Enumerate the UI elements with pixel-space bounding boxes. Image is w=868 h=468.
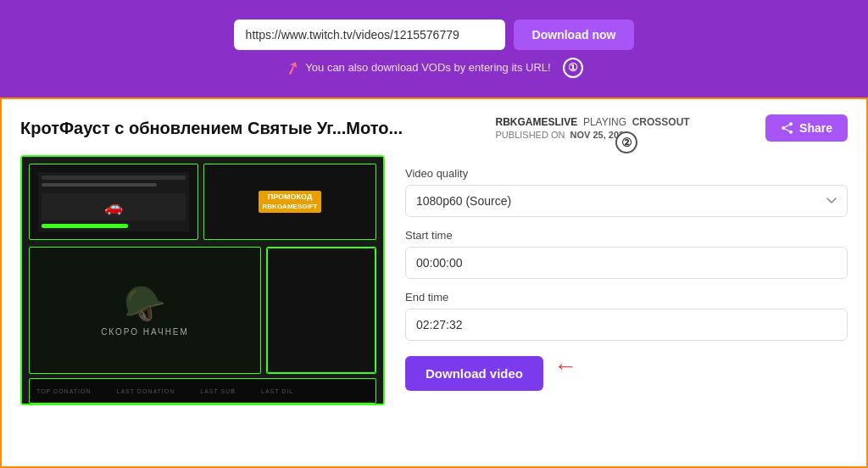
url-row: Download now [234, 20, 635, 50]
download-video-button[interactable]: Download video [405, 356, 543, 391]
start-label: Start time [405, 229, 848, 242]
panel-top-left: 🚗 [29, 164, 198, 240]
published-date: PUBLISHED ON NOV 25, 2021 [496, 130, 630, 140]
bottom-label-4: LAST DIL [261, 388, 293, 394]
tank-area: 🪖 СКОРО НАЧНЕМ [29, 247, 376, 374]
share-icon [781, 121, 794, 135]
bottom-bar: TOP DONATION LAST DONATION LAST SUB LAST… [29, 378, 376, 404]
svg-point-2 [789, 131, 793, 134]
arrow-hint-icon: ➚ [281, 54, 303, 81]
end-time-input[interactable] [405, 309, 848, 341]
promo-badge: ПРОМОКОД RBKGAMESGIFT [259, 191, 322, 213]
quality-label: Video quality [405, 167, 848, 180]
step1-circle: ① [563, 58, 583, 78]
controls-panel: ② Video quality 1080p60 (Source) Start t… [405, 155, 848, 391]
svg-point-1 [782, 126, 785, 130]
thumb-inner: 🚗 ПРОМОКОД RBKGAMESGIFT [22, 157, 383, 404]
game-area: 🚗 ПРОМОКОД RBKGAMESGIFT [22, 157, 383, 404]
svg-line-3 [785, 125, 789, 127]
content-row: 🚗 ПРОМОКОД RBKGAMESGIFT [20, 155, 848, 405]
end-label: End time [405, 291, 848, 304]
tank-right [266, 247, 376, 374]
svg-line-4 [785, 129, 789, 131]
bottom-label-2: LAST DONATION [117, 388, 175, 394]
video-meta: RBKGAMESLIVE PLAYING CROSSOUT PUBLISHED … [496, 116, 690, 140]
game-top-panels: 🚗 ПРОМОКОД RBKGAMESGIFT [29, 164, 376, 240]
bottom-label-1: TOP DONATION [36, 388, 92, 394]
quality-select[interactable]: 1080p60 (Source) [405, 185, 848, 217]
svg-point-0 [789, 122, 793, 125]
step2-circle: ② [615, 131, 637, 153]
channel-name: RBKGAMESLIVE PLAYING CROSSOUT [496, 116, 690, 128]
video-info-bar: КротФауст с обновлением Святые Уг...Мото… [20, 114, 848, 142]
tank-main: 🪖 СКОРО НАЧНЕМ [29, 247, 261, 374]
tank-icon: 🪖 [124, 284, 166, 324]
hint-row: ➚ You can also download VODs by entering… [285, 57, 582, 79]
main-content: КротФауст с обновлением Святые Уг...Мото… [0, 98, 868, 468]
bottom-label-3: LAST SUB [200, 388, 236, 394]
download-now-button[interactable]: Download now [514, 20, 635, 50]
header-banner: Download now ➚ You can also download VOD… [0, 0, 868, 98]
start-time-input[interactable] [405, 247, 848, 279]
url-input[interactable] [234, 20, 505, 50]
video-title: КротФауст с обновлением Святые Уг...Мото… [20, 119, 403, 138]
tank-label: СКОРО НАЧНЕМ [101, 327, 189, 337]
video-thumbnail: 🚗 ПРОМОКОД RBKGAMESGIFT [20, 155, 385, 405]
share-button[interactable]: Share [765, 114, 848, 142]
panel-top-right: ПРОМОКОД RBKGAMESGIFT [203, 164, 376, 240]
download-row: Download video ← [405, 341, 848, 391]
hint-text: You can also download VODs by entering i… [305, 61, 550, 74]
arrow-red-icon: ← [554, 353, 577, 380]
